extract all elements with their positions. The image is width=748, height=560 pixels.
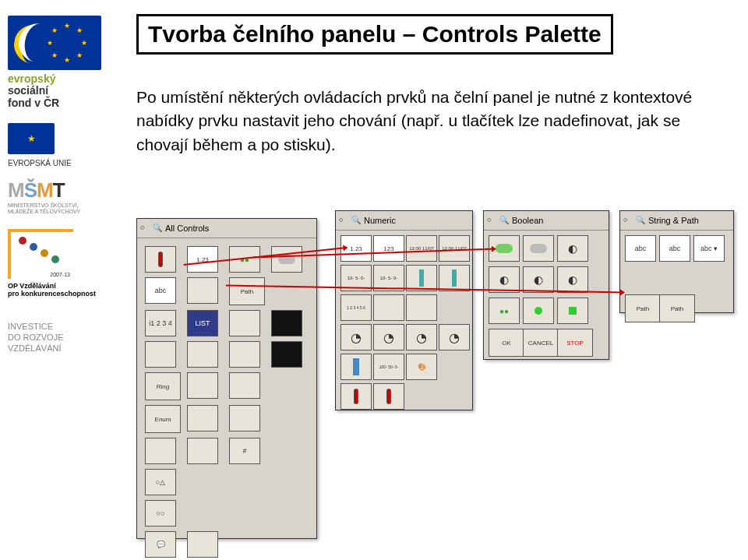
numeric-control[interactable] [373, 324, 404, 350]
numeric-control[interactable] [373, 383, 404, 410]
palette-title: Boolean [512, 216, 543, 225]
control-item[interactable] [145, 438, 176, 464]
msmt-logo: MŠMT MINISTERSTVO ŠKOLSTVÍ, MLÁDEŽE A TĚ… [8, 178, 117, 214]
numeric-control[interactable] [439, 324, 470, 350]
numeric-control[interactable] [340, 354, 372, 380]
boolean-control[interactable] [557, 266, 588, 293]
slide-body-text: Po umístění některých ovládacích prvků n… [136, 86, 713, 157]
pin-icon[interactable] [623, 216, 633, 225]
control-item[interactable] [187, 341, 218, 368]
main-content: Tvorba čelního panelu – Controls Palette… [136, 14, 736, 173]
eu-label: EVROPSKÁ UNIE [8, 159, 129, 167]
numeric-control[interactable]: 🎨 [406, 354, 437, 380]
control-item[interactable]: 1.23 [187, 246, 218, 273]
esf-logo: ★ ★ ★ ★ ★ ★ ★ ★ evropský sociální fond v… [8, 16, 117, 109]
control-item[interactable] [145, 246, 176, 273]
palette-title: Numeric [364, 216, 396, 225]
string-control[interactable]: Path [659, 294, 695, 322]
control-item[interactable]: Ring [145, 372, 181, 400]
palette-string-path: String & Path abc abc abc ▾ Path Path [619, 210, 734, 313]
pin-icon[interactable] [339, 216, 348, 225]
op-title: OP Vzdělávání pro konkurenceschopnost [8, 282, 101, 298]
numeric-control[interactable]: 1 2 3 4 5 6 [340, 294, 372, 321]
string-control[interactable]: abc [659, 235, 690, 262]
eu-flag-icon: ★ ★ ★ ★ ★ ★ ★ ★ [8, 16, 101, 70]
numeric-control[interactable] [406, 324, 437, 350]
numeric-control[interactable] [406, 294, 437, 321]
slide-title-box: Tvorba čelního panelu – Controls Palette [136, 14, 613, 55]
boolean-control[interactable]: CANCEL [523, 329, 559, 357]
control-item[interactable] [145, 341, 176, 368]
control-item[interactable] [187, 277, 218, 304]
control-item[interactable] [229, 341, 260, 368]
pin-icon[interactable] [487, 216, 496, 225]
numeric-control[interactable]: 12:00 11/07 [406, 235, 437, 262]
op-logo: 2007-13 OP Vzdělávání pro konkurencescho… [8, 229, 101, 298]
numeric-control[interactable]: 123 [373, 235, 404, 262]
boolean-control[interactable]: STOP [557, 329, 593, 357]
search-icon[interactable] [153, 224, 162, 233]
control-item[interactable]: # [229, 438, 260, 464]
palette-all-controls: All Controls 1.23 abc Path i1 2 3 4 LIST [136, 218, 317, 539]
boolean-control[interactable] [523, 298, 554, 324]
palette-boolean: Boolean OK CANCEL STOP [483, 210, 609, 360]
control-item[interactable] [271, 310, 302, 336]
string-control[interactable]: abc ▾ [693, 235, 725, 262]
control-item[interactable] [229, 405, 260, 431]
control-item[interactable] [187, 531, 218, 558]
palette-numeric: Numeric 1.23 123 12:00 11/07 12:00 11/07… [335, 210, 473, 410]
msmt-subtitle: MINISTERSTVO ŠKOLSTVÍ, MLÁDEŽE A TĚLOVÝC… [8, 203, 117, 214]
boolean-control[interactable] [557, 235, 588, 262]
search-icon[interactable] [636, 216, 645, 225]
control-item[interactable]: Enum [145, 405, 181, 433]
pin-icon[interactable] [140, 224, 150, 233]
palettes-area: All Controls 1.23 abc Path i1 2 3 4 LIST [136, 218, 736, 545]
palette-title: All Controls [165, 224, 209, 233]
control-item[interactable] [271, 246, 302, 273]
search-icon[interactable] [351, 216, 361, 225]
control-item[interactable]: ○○ [145, 500, 176, 527]
palette-title: String & Path [648, 216, 699, 225]
boolean-control[interactable]: OK [489, 329, 524, 357]
boolean-control[interactable] [523, 266, 554, 293]
invest-text: INVESTICE DO ROZVOJE VZDĚLÁVÁNÍ [8, 321, 129, 354]
control-item[interactable] [271, 341, 302, 368]
string-control[interactable]: abc [625, 235, 656, 262]
control-item[interactable]: abc [145, 277, 176, 304]
control-item[interactable]: LIST [187, 310, 218, 336]
numeric-control[interactable] [373, 294, 404, 321]
numeric-control[interactable]: 100- 50- 0- [373, 354, 404, 380]
sidebar-logos: ★ ★ ★ ★ ★ ★ ★ ★ evropský sociální fond v… [8, 16, 129, 354]
control-item[interactable]: Path [229, 277, 265, 305]
control-item[interactable] [187, 372, 218, 399]
search-icon[interactable] [499, 216, 509, 225]
numeric-control[interactable] [340, 383, 372, 410]
boolean-control[interactable] [557, 298, 588, 324]
control-item[interactable]: i1 2 3 4 [145, 310, 176, 336]
eu-badge-icon [8, 123, 55, 154]
control-item[interactable] [229, 372, 260, 399]
string-control[interactable]: Path [625, 294, 661, 322]
numeric-control[interactable] [439, 265, 470, 291]
control-item[interactable]: 💬 [145, 531, 176, 558]
boolean-control[interactable] [523, 235, 554, 262]
slide-title: Tvorba čelního panelu – Controls Palette [148, 21, 602, 48]
control-item[interactable] [187, 405, 218, 431]
control-item[interactable] [229, 310, 260, 336]
esf-text: evropský sociální fond v ČR [8, 73, 117, 109]
control-item[interactable]: ○△ [145, 469, 176, 495]
numeric-control[interactable] [340, 324, 372, 350]
control-item[interactable] [187, 438, 218, 464]
eu-badge-block: EVROPSKÁ UNIE [8, 117, 129, 167]
boolean-control[interactable] [489, 298, 520, 324]
